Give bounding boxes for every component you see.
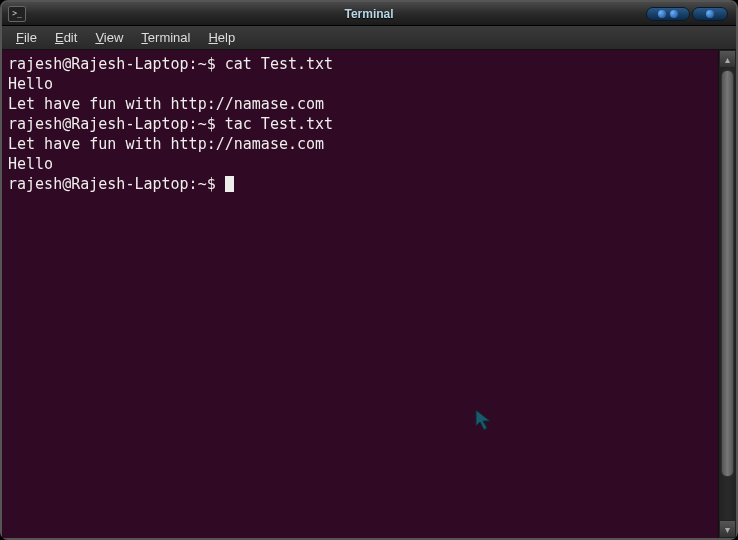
scroll-down-button[interactable]: ▾ [719, 520, 736, 538]
menu-terminal[interactable]: Terminal [133, 28, 198, 47]
menu-file[interactable]: File [8, 28, 45, 47]
terminal-line: Hello [8, 74, 712, 94]
scroll-thumb[interactable] [721, 70, 734, 477]
scrollbar[interactable]: ▴ ▾ [718, 50, 736, 538]
titlebar[interactable]: Terminal [2, 2, 736, 26]
window-controls [646, 7, 728, 21]
terminal-line: Hello [8, 154, 712, 174]
window-title: Terminal [2, 7, 736, 21]
menubar: File Edit View Terminal Help [2, 26, 736, 50]
terminal-output[interactable]: rajesh@Rajesh-Laptop:~$ cat Test.txtHell… [2, 50, 718, 538]
minimize-maximize-buttons[interactable] [646, 7, 690, 21]
terminal-line: Let have fun with http://namase.com [8, 134, 712, 154]
scroll-track[interactable] [719, 68, 736, 520]
terminal-line: rajesh@Rajesh-Laptop:~$ [8, 174, 712, 194]
scroll-up-button[interactable]: ▴ [719, 50, 736, 68]
menu-view[interactable]: View [87, 28, 131, 47]
terminal-area: rajesh@Rajesh-Laptop:~$ cat Test.txtHell… [2, 50, 736, 538]
close-button[interactable] [692, 7, 728, 21]
terminal-line: Let have fun with http://namase.com [8, 94, 712, 114]
terminal-line: rajesh@Rajesh-Laptop:~$ cat Test.txt [8, 54, 712, 74]
terminal-window: Terminal File Edit View Terminal Help ra… [0, 0, 738, 540]
menu-edit[interactable]: Edit [47, 28, 85, 47]
menu-help[interactable]: Help [200, 28, 243, 47]
terminal-cursor [225, 176, 234, 192]
app-icon [8, 6, 26, 22]
terminal-line: rajesh@Rajesh-Laptop:~$ tac Test.txt [8, 114, 712, 134]
